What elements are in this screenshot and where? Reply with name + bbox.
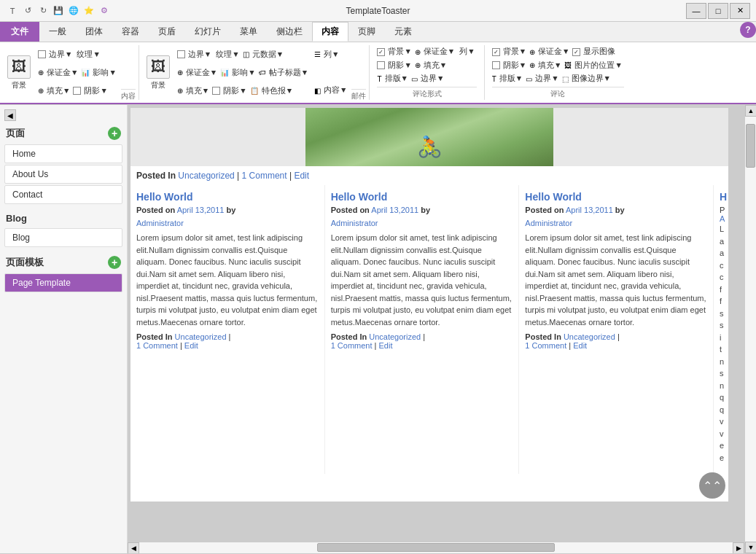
texture-btn[interactable]: 纹理▼ — [75, 49, 101, 61]
cf-fill-btn[interactable]: 填充▼ — [422, 60, 448, 71]
web-btn[interactable]: 🌐 — [67, 4, 80, 17]
meta-btn[interactable]: 元数据▼ — [251, 49, 285, 61]
col3-author[interactable]: Administrator — [525, 219, 707, 227]
add-page-btn[interactable]: + — [108, 127, 121, 140]
mail-border-cb[interactable] — [177, 50, 185, 58]
horiz-scroll-thumb[interactable] — [317, 543, 555, 552]
col2-comment[interactable]: 1 Comment — [331, 341, 373, 350]
redo-btn[interactable]: ↻ — [36, 4, 50, 17]
add-template-btn[interactable]: + — [108, 256, 121, 269]
cf-bg-cb[interactable] — [377, 48, 385, 56]
minimize-btn[interactable]: — — [686, 3, 706, 19]
category-link[interactable]: Uncategorized — [178, 171, 234, 181]
sidebar-collapse-btn[interactable]: ◀ — [4, 109, 122, 121]
list-btn[interactable]: 列▼ — [322, 49, 340, 61]
star-btn[interactable]: ⭐ — [82, 4, 96, 17]
col2-title[interactable]: Hello World — [331, 191, 513, 203]
content2-btn[interactable]: 内容▼ — [322, 85, 348, 96]
vert-scroll-thumb[interactable] — [746, 124, 755, 168]
mail-shadow-cb[interactable] — [212, 87, 220, 95]
scroll-right-btn[interactable]: ▶ — [733, 542, 744, 554]
col1-edit[interactable]: Edit — [184, 341, 198, 350]
shadow-cb[interactable] — [73, 87, 81, 95]
cmt-shadow-cb[interactable] — [492, 61, 500, 69]
text-tool-btn[interactable]: T — [6, 4, 19, 17]
tab-slideshow[interactable]: 幻灯片 — [185, 22, 230, 42]
help-icon[interactable]: ? — [740, 22, 756, 38]
mail-bg-big-btn[interactable]: 🖼 背景 — [142, 44, 174, 101]
col3-comment[interactable]: 1 Comment — [525, 341, 566, 350]
tab-content[interactable]: 内容 — [312, 22, 348, 42]
tab-shield[interactable]: 页盾 — [149, 22, 185, 42]
shadow-btn[interactable]: 阴影▼ — [82, 85, 109, 97]
comment-link[interactable]: 1 Comment — [242, 171, 287, 181]
cf-bg-btn[interactable]: 背景▼ — [386, 46, 413, 58]
cmt-shadow-btn[interactable]: 阴影▼ — [502, 60, 528, 71]
special-report-btn[interactable]: 特色报▼ — [260, 85, 295, 97]
col2-author[interactable]: Administrator — [331, 219, 513, 227]
tab-page[interactable]: 页脚 — [348, 22, 385, 42]
col3-edit[interactable]: Edit — [573, 341, 587, 350]
margin-btn[interactable]: 保证金▼ — [45, 67, 79, 79]
cf-shadow-btn[interactable]: 阴影▼ — [386, 60, 413, 71]
undo-btn[interactable]: ↺ — [21, 4, 34, 17]
col1-date[interactable]: April 13,2011 — [177, 206, 225, 214]
save-btn[interactable]: 💾 — [52, 4, 65, 17]
sidebar-item-about[interactable]: About Us — [4, 165, 122, 184]
mail-fill-btn[interactable]: 填充▼ — [184, 85, 211, 97]
mail-margin-btn[interactable]: 保证金▼ — [184, 67, 219, 79]
help-button[interactable]: ? — [740, 22, 756, 42]
col2-cat[interactable]: Uncategorized — [369, 332, 421, 341]
tab-sidebar[interactable]: 侧边栏 — [267, 22, 312, 42]
cmt-border-btn[interactable]: 边界▼ — [534, 73, 560, 85]
cf-margin-btn[interactable]: 保证金▼ — [422, 46, 456, 58]
sidebar-item-blog[interactable]: Blog — [4, 228, 122, 247]
tab-elements[interactable]: 元素 — [385, 22, 421, 42]
col1-comment[interactable]: 1 Comment — [136, 341, 178, 350]
scroll-up-btn[interactable]: ▲ — [745, 105, 756, 117]
cf-typo-btn[interactable]: 排版▼ — [383, 73, 410, 85]
maximize-btn[interactable]: □ — [708, 3, 728, 19]
cmt-typo-btn[interactable]: 排版▼ — [498, 73, 524, 85]
fill-btn[interactable]: 填充▼ — [45, 85, 71, 97]
border-btn[interactable]: 边界▼ — [47, 49, 74, 61]
cf-shadow-cb[interactable] — [377, 61, 385, 69]
cmt-fill-btn[interactable]: 填充▼ — [537, 60, 563, 71]
col3-date[interactable]: April 13,2011 — [566, 206, 613, 214]
cf-border-btn[interactable]: 边界▼ — [419, 73, 445, 85]
post-title-btn[interactable]: 帖子标题▼ — [268, 67, 310, 79]
mail-shadow-btn[interactable]: 阴影▼ — [222, 85, 248, 97]
col1-title[interactable]: Hello World — [136, 191, 319, 203]
cmt-imgborder-btn[interactable]: 图像边界▼ — [570, 73, 612, 85]
border-cb[interactable] — [38, 50, 46, 58]
back-to-top-btn[interactable]: ⌃⌃ — [699, 472, 725, 499]
col2-edit[interactable]: Edit — [379, 341, 393, 350]
cmt-showimg-cb[interactable] — [572, 48, 580, 56]
cmt-margin-btn[interactable]: 保证金▼ — [537, 46, 571, 58]
scroll-down-btn[interactable]: ▼ — [745, 542, 756, 553]
close-btn[interactable]: ✕ — [730, 3, 750, 19]
content-bg-big-btn[interactable]: 🖼 背景 — [3, 44, 35, 101]
col1-cat[interactable]: Uncategorized — [175, 332, 227, 341]
cmt-imgpos-btn[interactable]: 图片的位置▼ — [573, 60, 623, 71]
mail-border-btn[interactable]: 边界▼ — [187, 49, 213, 61]
col1-author[interactable]: Administrator — [136, 219, 319, 227]
mail-effect-btn[interactable]: 影响▼ — [230, 67, 257, 79]
col3-title[interactable]: Hello World — [525, 191, 707, 203]
cmt-bg-btn[interactable]: 背景▼ — [502, 46, 528, 58]
effect-btn[interactable]: 影响▼ — [91, 67, 117, 79]
col2-date[interactable]: April 13,2011 — [371, 206, 418, 214]
scroll-left-btn[interactable]: ◀ — [128, 542, 139, 554]
tab-file[interactable]: 文件 — [0, 22, 39, 42]
cmt-bg-cb[interactable] — [492, 48, 500, 56]
col3-cat[interactable]: Uncategorized — [564, 332, 615, 341]
tab-menu[interactable]: 菜单 — [230, 22, 267, 42]
tab-group[interactable]: 团体 — [76, 22, 112, 42]
tab-general[interactable]: 一般 — [39, 22, 76, 42]
cf-col-btn[interactable]: 列▼ — [458, 46, 476, 58]
sidebar-item-home[interactable]: Home — [4, 144, 122, 163]
sidebar-item-contact[interactable]: Contact — [4, 185, 122, 204]
mail-texture-btn[interactable]: 纹理▼ — [214, 49, 241, 61]
settings-icon[interactable]: ⚙ — [98, 4, 111, 17]
sidebar-item-page-template[interactable]: Page Template — [4, 273, 122, 292]
